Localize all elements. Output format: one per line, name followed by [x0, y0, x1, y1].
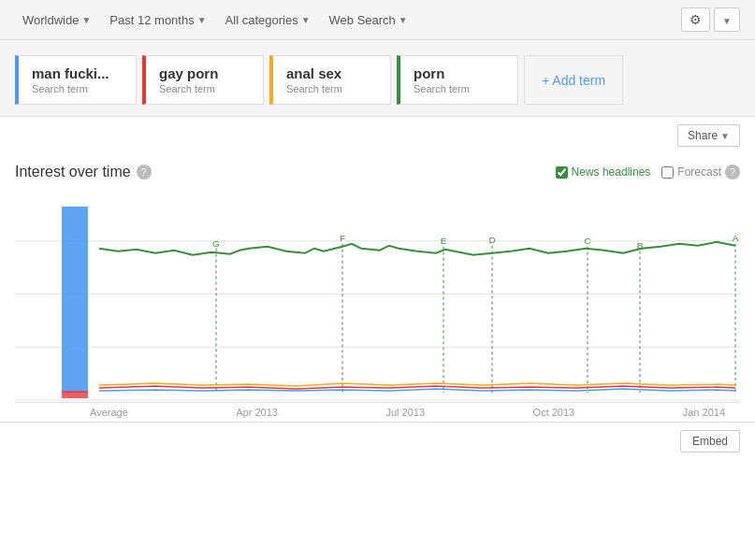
term-name-4: porn: [414, 65, 504, 81]
term-card-2[interactable]: gay porn Search term: [142, 55, 264, 105]
forecast-help-icon[interactable]: ?: [725, 165, 740, 179]
news-headlines-label: News headlines: [572, 165, 651, 179]
period-arrow-icon: ▼: [197, 15, 207, 25]
news-headlines-checkbox[interactable]: [556, 166, 568, 179]
top-bar-filters: Worldwide ▼ Past 12 months ▼ All categor…: [15, 9, 415, 31]
svg-rect-4: [62, 207, 88, 393]
share-label: Share: [688, 129, 718, 142]
x-label-jan2014: Jan 2014: [683, 407, 725, 418]
x-label-average: Average: [90, 407, 128, 418]
svg-text:E: E: [441, 236, 447, 246]
svg-text:B: B: [637, 240, 644, 251]
interest-section: Interest over time ? News headlines Fore…: [0, 154, 755, 422]
term-label-4: Search term: [414, 83, 504, 94]
svg-text:A: A: [733, 233, 739, 243]
interest-title-text: Interest over time: [15, 164, 131, 180]
share-button[interactable]: Share ▼: [677, 124, 740, 147]
search-type-label: Web Search: [329, 13, 396, 27]
categories-arrow-icon: ▼: [301, 15, 311, 25]
top-bar: Worldwide ▼ Past 12 months ▼ All categor…: [0, 0, 755, 40]
x-axis-labels: Average Apr 2013 Jul 2013 Oct 2013 Jan 2…: [15, 403, 740, 422]
categories-dropdown[interactable]: All categories ▼: [218, 9, 318, 31]
term-name-2: gay porn: [159, 65, 250, 81]
forecast-toggle[interactable]: Forecast ?: [661, 165, 740, 179]
svg-text:F: F: [340, 233, 345, 243]
search-terms-row: man fucki... Search term gay porn Search…: [15, 55, 740, 105]
add-term-label: + Add term: [542, 73, 605, 88]
news-headlines-toggle[interactable]: News headlines: [556, 165, 651, 179]
share-row: Share ▼: [0, 117, 755, 154]
forecast-label-text: Forecast: [677, 165, 721, 179]
svg-rect-5: [62, 391, 88, 398]
x-label-oct2013: Oct 2013: [533, 407, 575, 418]
term-label-2: Search term: [159, 83, 250, 94]
x-label-apr2013: Apr 2013: [236, 407, 278, 418]
share-arrow-icon: ▼: [720, 131, 730, 141]
svg-text:G: G: [212, 238, 220, 249]
chart-area: G F E D C B A: [15, 188, 740, 403]
term-name-1: man fucki...: [32, 65, 123, 81]
forecast-checkbox[interactable]: [661, 166, 674, 179]
period-label: Past 12 months: [109, 13, 194, 27]
interest-help-icon[interactable]: ?: [137, 165, 152, 179]
settings-dropdown-button[interactable]: ▼: [714, 7, 740, 32]
region-arrow-icon: ▼: [81, 15, 91, 25]
add-term-button[interactable]: + Add term: [524, 55, 623, 105]
term-card-4[interactable]: porn Search term: [397, 55, 518, 105]
categories-label: All categories: [225, 13, 298, 27]
interest-header: Interest over time ? News headlines Fore…: [15, 164, 740, 180]
search-type-arrow-icon: ▼: [399, 15, 408, 25]
term-card-1[interactable]: man fucki... Search term: [15, 55, 137, 105]
region-label: Worldwide: [22, 13, 79, 27]
settings-arrow-icon: ▼: [722, 16, 732, 26]
period-dropdown[interactable]: Past 12 months ▼: [102, 9, 213, 31]
term-label-1: Search term: [32, 83, 123, 94]
gear-icon: ⚙: [690, 12, 702, 27]
svg-text:C: C: [584, 236, 590, 246]
settings-button[interactable]: ⚙: [681, 7, 710, 32]
top-bar-actions: ⚙ ▼: [681, 7, 740, 32]
interest-title: Interest over time ?: [15, 164, 152, 180]
interest-controls: News headlines Forecast ?: [556, 165, 740, 179]
term-name-3: anal sex: [286, 65, 377, 81]
chart-svg: G F E D C B A: [15, 188, 740, 402]
embed-button[interactable]: Embed: [680, 430, 740, 452]
term-card-3[interactable]: anal sex Search term: [269, 55, 391, 105]
embed-label: Embed: [692, 435, 728, 448]
x-label-jul2013: Jul 2013: [385, 407, 425, 418]
term-label-3: Search term: [286, 83, 377, 94]
region-dropdown[interactable]: Worldwide ▼: [15, 9, 98, 31]
search-terms-section: man fucki... Search term gay porn Search…: [0, 40, 755, 117]
svg-text:D: D: [488, 235, 495, 245]
search-type-dropdown[interactable]: Web Search ▼: [322, 9, 415, 31]
embed-row: Embed: [0, 422, 755, 460]
